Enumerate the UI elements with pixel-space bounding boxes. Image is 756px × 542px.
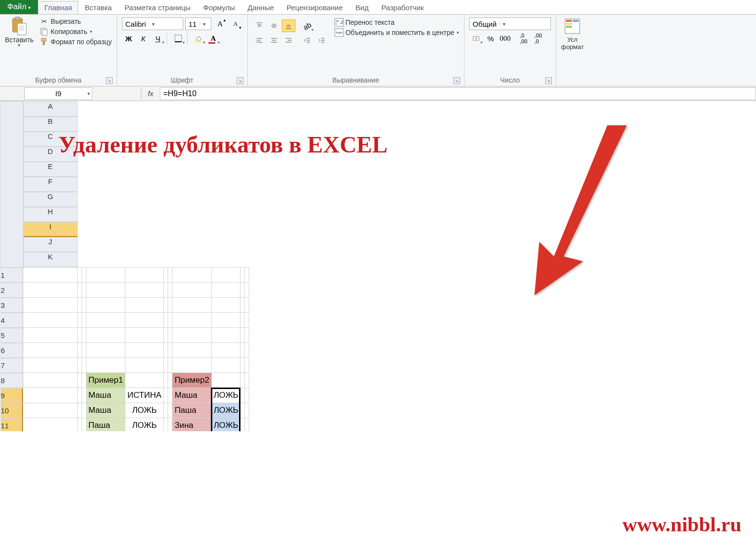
cell-B5[interactable]	[78, 328, 82, 343]
tab-file[interactable]: Файл▾	[0, 0, 38, 14]
cell-J6[interactable]	[241, 343, 245, 358]
row-header-4[interactable]: 4	[0, 313, 23, 328]
align-center-button[interactable]	[267, 34, 281, 47]
currency-button[interactable]: ▾	[469, 32, 483, 45]
cell-G2[interactable]	[168, 283, 172, 298]
cell-A10[interactable]	[23, 403, 78, 418]
cell-K9[interactable]	[245, 388, 249, 403]
column-header-E[interactable]: E	[23, 162, 78, 177]
cell-E1[interactable]	[125, 267, 164, 283]
row-header-7[interactable]: 7	[0, 358, 23, 373]
cell-F2[interactable]	[164, 283, 168, 298]
cell-F6[interactable]	[164, 343, 168, 358]
cell-J2[interactable]	[241, 283, 245, 298]
cell-B8[interactable]	[78, 373, 82, 388]
cell-K1[interactable]	[245, 267, 249, 283]
increase-decimal-button[interactable]: ,0,00	[517, 32, 531, 45]
wrap-text-button[interactable]: abc Перенос текста	[333, 17, 460, 27]
align-bottom-button[interactable]	[282, 19, 295, 32]
cell-I8[interactable]	[211, 373, 241, 388]
cell-G8[interactable]	[168, 373, 172, 388]
orientation-button[interactable]: ab▾	[300, 19, 314, 32]
tab-review[interactable]: Рецензирование	[280, 1, 349, 14]
alignment-dialog-icon[interactable]: ↘	[453, 77, 460, 84]
cell-A7[interactable]	[23, 358, 78, 373]
cell-C9[interactable]	[82, 388, 86, 403]
select-all-corner[interactable]	[0, 102, 23, 268]
cell-J10[interactable]	[241, 403, 245, 418]
cell-H7[interactable]	[172, 358, 211, 373]
cell-G3[interactable]	[168, 298, 172, 313]
cell-B11[interactable]	[78, 418, 82, 432]
cell-C6[interactable]	[82, 343, 86, 358]
cell-D11[interactable]: Паша	[86, 418, 125, 432]
cell-I11[interactable]: ЛОЖЬ	[211, 418, 241, 432]
cell-H9[interactable]: Маша	[172, 388, 211, 403]
tab-insert[interactable]: Вставка	[78, 1, 118, 14]
cell-G5[interactable]	[168, 328, 172, 343]
cell-G11[interactable]	[168, 418, 172, 432]
cell-J9[interactable]	[241, 388, 245, 403]
cell-I4[interactable]	[211, 313, 241, 328]
cell-A4[interactable]	[23, 313, 78, 328]
cell-J1[interactable]	[241, 267, 245, 283]
cell-I9[interactable]: ЛОЖЬ	[211, 388, 241, 403]
cell-F10[interactable]	[164, 403, 168, 418]
percent-button[interactable]: %	[484, 32, 498, 45]
cell-D10[interactable]: Маша	[86, 403, 125, 418]
cell-I5[interactable]	[211, 328, 241, 343]
cell-D7[interactable]	[86, 358, 125, 373]
column-header-B[interactable]: B	[23, 117, 78, 132]
cell-K5[interactable]	[245, 328, 249, 343]
cell-D2[interactable]	[86, 283, 125, 298]
cell-C7[interactable]	[82, 358, 86, 373]
cell-K11[interactable]	[245, 418, 249, 432]
cell-C2[interactable]	[82, 283, 86, 298]
paste-dropdown-icon[interactable]: ▾	[18, 43, 20, 48]
cell-I2[interactable]	[211, 283, 241, 298]
cell-A3[interactable]	[23, 298, 78, 313]
cell-H11[interactable]: Зина	[172, 418, 211, 432]
cell-D4[interactable]	[86, 313, 125, 328]
cell-K2[interactable]	[245, 283, 249, 298]
cell-I3[interactable]	[211, 298, 241, 313]
conditional-formatting-button[interactable]: Усл формат	[558, 16, 587, 51]
tab-page-layout[interactable]: Разметка страницы	[118, 1, 197, 14]
cell-B9[interactable]	[78, 388, 82, 403]
cell-J3[interactable]	[241, 298, 245, 313]
cell-H6[interactable]	[172, 343, 211, 358]
row-header-6[interactable]: 6	[0, 343, 23, 358]
cell-K8[interactable]	[245, 373, 249, 388]
clipboard-dialog-icon[interactable]: ↘	[106, 77, 113, 84]
cell-K7[interactable]	[245, 358, 249, 373]
cell-F1[interactable]	[164, 267, 168, 283]
cell-J8[interactable]	[241, 373, 245, 388]
cell-F3[interactable]	[164, 298, 168, 313]
cell-B7[interactable]	[78, 358, 82, 373]
align-middle-button[interactable]	[267, 19, 281, 32]
cell-D8[interactable]: Пример1	[86, 373, 125, 388]
decrease-indent-button[interactable]	[300, 34, 314, 47]
cell-E3[interactable]	[125, 298, 164, 313]
cell-E5[interactable]	[125, 328, 164, 343]
row-header-11[interactable]: 11	[0, 418, 23, 432]
font-name-combo[interactable]: Calibri▾	[122, 17, 183, 30]
comma-button[interactable]: 000	[498, 32, 512, 45]
cell-A5[interactable]	[23, 328, 78, 343]
underline-button[interactable]: Ч▾	[151, 32, 165, 45]
align-left-button[interactable]	[253, 34, 266, 47]
name-box[interactable]: I9▾	[24, 87, 92, 100]
cell-C11[interactable]	[82, 418, 86, 432]
cell-C1[interactable]	[82, 267, 86, 283]
increase-indent-button[interactable]	[315, 34, 328, 47]
cell-C3[interactable]	[82, 298, 86, 313]
cell-I7[interactable]	[211, 358, 241, 373]
tab-home[interactable]: Главная	[38, 1, 78, 14]
cell-J11[interactable]	[241, 418, 245, 432]
number-format-combo[interactable]: Общий▾	[469, 17, 551, 30]
cell-E6[interactable]	[125, 343, 164, 358]
row-header-2[interactable]: 2	[0, 283, 23, 298]
column-header-A[interactable]: A	[23, 102, 78, 117]
cell-B4[interactable]	[78, 313, 82, 328]
column-header-K[interactable]: K	[23, 252, 78, 267]
